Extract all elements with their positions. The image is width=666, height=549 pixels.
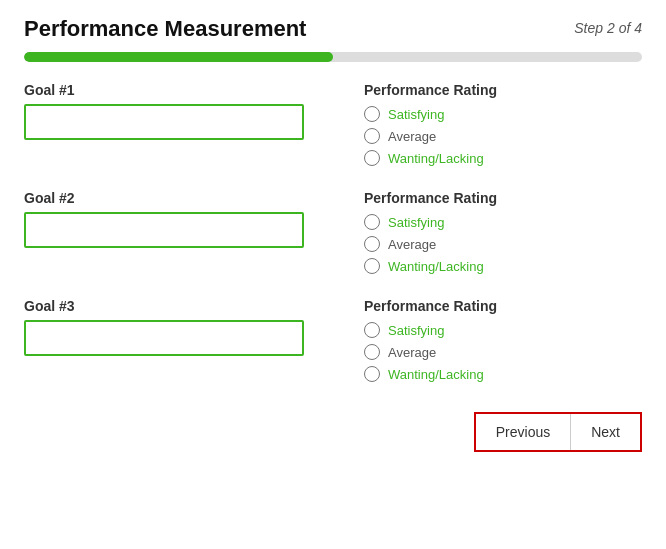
radio-label-g3-average: Average	[388, 345, 436, 360]
radio-option-g1-wanting[interactable]: Wanting/Lacking	[364, 150, 642, 166]
radio-input-g2-wanting[interactable]	[364, 258, 380, 274]
radio-option-g1-satisfying[interactable]: Satisfying	[364, 106, 642, 122]
rating-section-3: Performance RatingSatisfyingAverageWanti…	[364, 298, 642, 388]
goal-row-3: Goal #3Performance RatingSatisfyingAvera…	[24, 298, 642, 388]
radio-input-g3-wanting[interactable]	[364, 366, 380, 382]
radio-label-g3-satisfying: Satisfying	[388, 323, 444, 338]
progress-bar-fill	[24, 52, 333, 62]
radio-option-g1-average[interactable]: Average	[364, 128, 642, 144]
radio-input-g3-satisfying[interactable]	[364, 322, 380, 338]
radio-input-g2-average[interactable]	[364, 236, 380, 252]
radio-option-g2-wanting[interactable]: Wanting/Lacking	[364, 258, 642, 274]
goal-label-1: Goal #1	[24, 82, 324, 98]
radio-option-g3-wanting[interactable]: Wanting/Lacking	[364, 366, 642, 382]
goals-container: Goal #1Performance RatingSatisfyingAvera…	[24, 82, 642, 388]
progress-bar-container	[24, 52, 642, 62]
header-row: Performance Measurement Step 2 of 4	[24, 16, 642, 42]
radio-input-g1-satisfying[interactable]	[364, 106, 380, 122]
rating-section-2: Performance RatingSatisfyingAverageWanti…	[364, 190, 642, 280]
radio-label-g3-wanting: Wanting/Lacking	[388, 367, 484, 382]
goal-input-1[interactable]	[24, 104, 304, 140]
step-label: Step 2 of 4	[574, 20, 642, 36]
goal-label-3: Goal #3	[24, 298, 324, 314]
radio-input-g1-average[interactable]	[364, 128, 380, 144]
footer-buttons: Previous Next	[474, 412, 642, 452]
goal-label-2: Goal #2	[24, 190, 324, 206]
previous-button[interactable]: Previous	[476, 414, 571, 450]
goal-section-1: Goal #1	[24, 82, 324, 140]
radio-label-g1-satisfying: Satisfying	[388, 107, 444, 122]
goal-section-2: Goal #2	[24, 190, 324, 248]
radio-option-g3-satisfying[interactable]: Satisfying	[364, 322, 642, 338]
radio-option-g2-average[interactable]: Average	[364, 236, 642, 252]
radio-option-g3-average[interactable]: Average	[364, 344, 642, 360]
radio-input-g2-satisfying[interactable]	[364, 214, 380, 230]
radio-input-g3-average[interactable]	[364, 344, 380, 360]
rating-label-2: Performance Rating	[364, 190, 642, 206]
goal-row-1: Goal #1Performance RatingSatisfyingAvera…	[24, 82, 642, 172]
goal-row-2: Goal #2Performance RatingSatisfyingAvera…	[24, 190, 642, 280]
radio-label-g1-wanting: Wanting/Lacking	[388, 151, 484, 166]
rating-label-1: Performance Rating	[364, 82, 642, 98]
radio-input-g1-wanting[interactable]	[364, 150, 380, 166]
radio-label-g2-average: Average	[388, 237, 436, 252]
radio-option-g2-satisfying[interactable]: Satisfying	[364, 214, 642, 230]
radio-label-g2-satisfying: Satisfying	[388, 215, 444, 230]
radio-label-g1-average: Average	[388, 129, 436, 144]
rating-label-3: Performance Rating	[364, 298, 642, 314]
next-button[interactable]: Next	[571, 414, 640, 450]
goal-input-2[interactable]	[24, 212, 304, 248]
rating-section-1: Performance RatingSatisfyingAverageWanti…	[364, 82, 642, 172]
page-title: Performance Measurement	[24, 16, 306, 42]
radio-label-g2-wanting: Wanting/Lacking	[388, 259, 484, 274]
goal-input-3[interactable]	[24, 320, 304, 356]
goal-section-3: Goal #3	[24, 298, 324, 356]
